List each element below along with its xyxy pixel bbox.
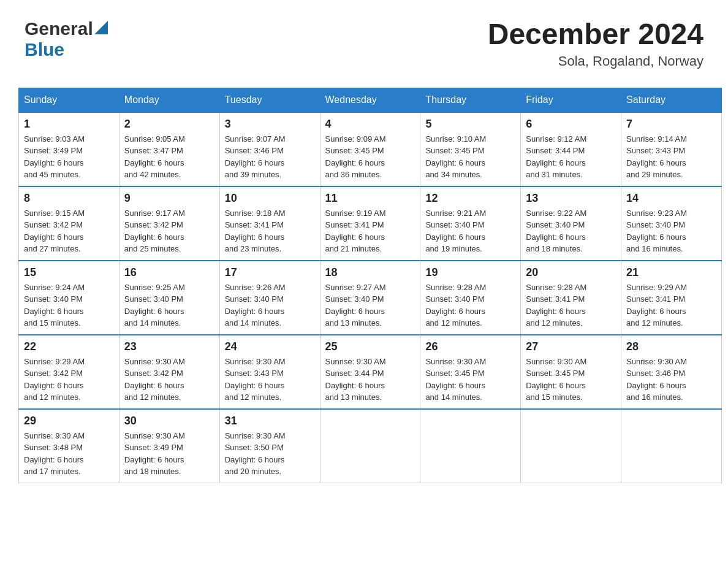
day-number: 16 — [124, 266, 214, 279]
calendar-cell: 9 Sunrise: 9:17 AMSunset: 3:42 PMDayligh… — [119, 186, 219, 261]
weekday-header-sunday: Sunday — [19, 88, 119, 112]
day-info: Sunrise: 9:19 AMSunset: 3:41 PMDaylight:… — [325, 209, 386, 254]
calendar-cell: 20 Sunrise: 9:28 AMSunset: 3:41 PMDaylig… — [521, 261, 621, 335]
day-info: Sunrise: 9:12 AMSunset: 3:44 PMDaylight:… — [526, 134, 586, 180]
day-number: 9 — [124, 192, 214, 205]
day-number: 5 — [425, 118, 515, 131]
logo-blue-text: Blue — [25, 39, 64, 59]
calendar-cell: 31 Sunrise: 9:30 AMSunset: 3:50 PMDaylig… — [219, 409, 320, 483]
logo-general-text: General — [25, 18, 93, 39]
day-info: Sunrise: 9:05 AMSunset: 3:47 PMDaylight:… — [124, 134, 185, 180]
location-subtitle: Sola, Rogaland, Norway — [488, 53, 703, 69]
calendar-cell: 18 Sunrise: 9:27 AMSunset: 3:40 PMDaylig… — [320, 261, 420, 335]
day-info: Sunrise: 9:15 AMSunset: 3:42 PMDaylight:… — [24, 209, 85, 254]
day-number: 17 — [225, 266, 315, 279]
day-number: 15 — [24, 266, 114, 279]
calendar-cell: 4 Sunrise: 9:09 AMSunset: 3:45 PMDayligh… — [320, 112, 420, 186]
day-number: 19 — [425, 266, 515, 279]
day-number: 26 — [425, 340, 515, 353]
week-row-4: 22 Sunrise: 9:29 AMSunset: 3:42 PMDaylig… — [19, 335, 722, 409]
calendar-cell: 17 Sunrise: 9:26 AMSunset: 3:40 PMDaylig… — [219, 261, 320, 335]
calendar-cell: 30 Sunrise: 9:30 AMSunset: 3:49 PMDaylig… — [119, 409, 219, 483]
day-number: 10 — [225, 192, 315, 205]
calendar-cell — [320, 409, 420, 483]
calendar-cell: 7 Sunrise: 9:14 AMSunset: 3:43 PMDayligh… — [621, 112, 722, 186]
day-info: Sunrise: 9:10 AMSunset: 3:45 PMDaylight:… — [425, 134, 486, 180]
day-number: 27 — [526, 340, 616, 353]
day-info: Sunrise: 9:23 AMSunset: 3:40 PMDaylight:… — [626, 209, 687, 254]
day-info: Sunrise: 9:30 AMSunset: 3:46 PMDaylight:… — [626, 357, 687, 402]
day-info: Sunrise: 9:30 AMSunset: 3:45 PMDaylight:… — [425, 357, 486, 402]
logo: General Blue — [25, 18, 108, 60]
day-info: Sunrise: 9:30 AMSunset: 3:42 PMDaylight:… — [124, 357, 185, 402]
day-info: Sunrise: 9:26 AMSunset: 3:40 PMDaylight:… — [225, 283, 286, 328]
calendar-cell: 1 Sunrise: 9:03 AMSunset: 3:49 PMDayligh… — [19, 112, 119, 186]
day-number: 2 — [124, 118, 214, 131]
day-info: Sunrise: 9:09 AMSunset: 3:45 PMDaylight:… — [325, 134, 386, 180]
calendar-cell: 10 Sunrise: 9:18 AMSunset: 3:41 PMDaylig… — [219, 186, 320, 261]
week-row-1: 1 Sunrise: 9:03 AMSunset: 3:49 PMDayligh… — [19, 112, 722, 186]
week-row-3: 15 Sunrise: 9:24 AMSunset: 3:40 PMDaylig… — [19, 261, 722, 335]
weekday-header-row: SundayMondayTuesdayWednesdayThursdayFrid… — [19, 88, 722, 112]
calendar-cell — [521, 409, 621, 483]
day-info: Sunrise: 9:28 AMSunset: 3:41 PMDaylight:… — [526, 283, 586, 328]
calendar-cell: 25 Sunrise: 9:30 AMSunset: 3:44 PMDaylig… — [320, 335, 420, 409]
calendar-cell: 26 Sunrise: 9:30 AMSunset: 3:45 PMDaylig… — [420, 335, 521, 409]
title-section: December 2024 Sola, Rogaland, Norway — [488, 18, 703, 69]
day-number: 20 — [526, 266, 616, 279]
day-number: 31 — [225, 415, 315, 427]
weekday-header-saturday: Saturday — [621, 88, 722, 112]
calendar-cell: 5 Sunrise: 9:10 AMSunset: 3:45 PMDayligh… — [420, 112, 521, 186]
page-header: General Blue December 2024 Sola, Rogalan… — [12, 12, 716, 75]
day-number: 6 — [526, 118, 616, 131]
day-number: 25 — [325, 340, 415, 353]
day-number: 12 — [425, 192, 515, 205]
day-info: Sunrise: 9:29 AMSunset: 3:41 PMDaylight:… — [626, 283, 687, 328]
day-number: 4 — [325, 118, 415, 131]
day-number: 22 — [24, 340, 114, 353]
calendar-cell: 3 Sunrise: 9:07 AMSunset: 3:46 PMDayligh… — [219, 112, 320, 186]
weekday-header-tuesday: Tuesday — [219, 88, 320, 112]
calendar-cell: 2 Sunrise: 9:05 AMSunset: 3:47 PMDayligh… — [119, 112, 219, 186]
day-info: Sunrise: 9:27 AMSunset: 3:40 PMDaylight:… — [325, 283, 386, 328]
week-row-5: 29 Sunrise: 9:30 AMSunset: 3:48 PMDaylig… — [19, 409, 722, 483]
day-info: Sunrise: 9:25 AMSunset: 3:40 PMDaylight:… — [124, 283, 185, 328]
day-info: Sunrise: 9:30 AMSunset: 3:48 PMDaylight:… — [24, 431, 85, 477]
day-info: Sunrise: 9:30 AMSunset: 3:44 PMDaylight:… — [325, 357, 386, 402]
calendar-cell: 21 Sunrise: 9:29 AMSunset: 3:41 PMDaylig… — [621, 261, 722, 335]
weekday-header-thursday: Thursday — [420, 88, 521, 112]
day-info: Sunrise: 9:17 AMSunset: 3:42 PMDaylight:… — [124, 209, 185, 254]
day-number: 13 — [526, 192, 616, 205]
day-info: Sunrise: 9:03 AMSunset: 3:49 PMDaylight:… — [24, 134, 85, 180]
logo-triangle-icon — [94, 21, 108, 34]
day-number: 8 — [24, 192, 114, 205]
day-number: 1 — [24, 118, 114, 131]
calendar-cell: 24 Sunrise: 9:30 AMSunset: 3:43 PMDaylig… — [219, 335, 320, 409]
calendar-cell: 23 Sunrise: 9:30 AMSunset: 3:42 PMDaylig… — [119, 335, 219, 409]
calendar-cell: 8 Sunrise: 9:15 AMSunset: 3:42 PMDayligh… — [19, 186, 119, 261]
day-number: 11 — [325, 192, 415, 205]
day-number: 29 — [24, 415, 114, 427]
day-info: Sunrise: 9:22 AMSunset: 3:40 PMDaylight:… — [526, 209, 586, 254]
calendar-cell: 29 Sunrise: 9:30 AMSunset: 3:48 PMDaylig… — [19, 409, 119, 483]
day-info: Sunrise: 9:21 AMSunset: 3:40 PMDaylight:… — [425, 209, 486, 254]
day-info: Sunrise: 9:14 AMSunset: 3:43 PMDaylight:… — [626, 134, 687, 180]
day-number: 24 — [225, 340, 315, 353]
weekday-header-friday: Friday — [521, 88, 621, 112]
calendar-cell — [621, 409, 722, 483]
day-info: Sunrise: 9:29 AMSunset: 3:42 PMDaylight:… — [24, 357, 85, 402]
calendar-cell: 6 Sunrise: 9:12 AMSunset: 3:44 PMDayligh… — [521, 112, 621, 186]
day-number: 21 — [626, 266, 716, 279]
calendar-cell: 15 Sunrise: 9:24 AMSunset: 3:40 PMDaylig… — [19, 261, 119, 335]
day-number: 14 — [626, 192, 716, 205]
calendar-table: SundayMondayTuesdayWednesdayThursdayFrid… — [18, 88, 722, 483]
calendar-cell: 19 Sunrise: 9:28 AMSunset: 3:40 PMDaylig… — [420, 261, 521, 335]
weekday-header-wednesday: Wednesday — [320, 88, 420, 112]
day-number: 23 — [124, 340, 214, 353]
calendar-cell: 13 Sunrise: 9:22 AMSunset: 3:40 PMDaylig… — [521, 186, 621, 261]
month-title: December 2024 — [488, 18, 703, 51]
day-info: Sunrise: 9:30 AMSunset: 3:43 PMDaylight:… — [225, 357, 286, 402]
day-number: 3 — [225, 118, 315, 131]
day-info: Sunrise: 9:24 AMSunset: 3:40 PMDaylight:… — [24, 283, 85, 328]
calendar-cell: 16 Sunrise: 9:25 AMSunset: 3:40 PMDaylig… — [119, 261, 219, 335]
